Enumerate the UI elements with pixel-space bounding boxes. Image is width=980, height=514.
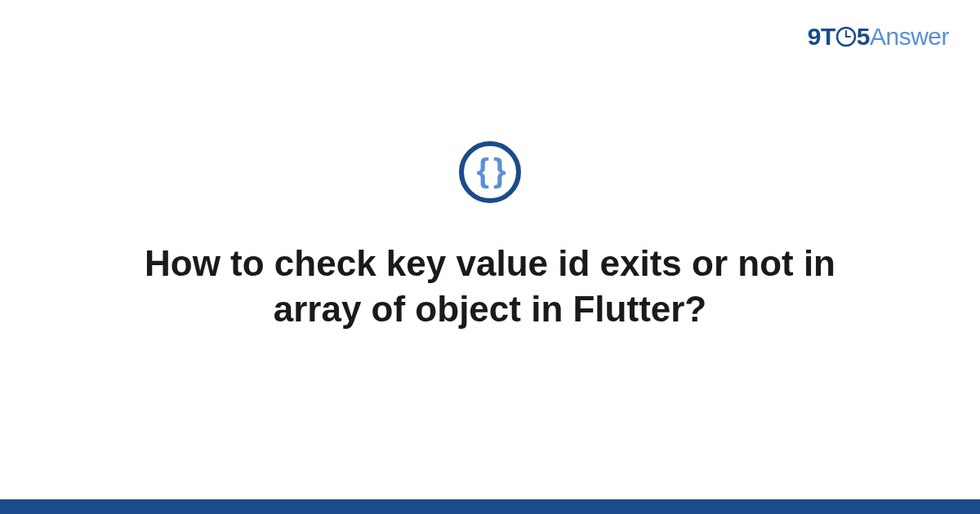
main-content: { } How to check key value id exits or n… [0, 0, 980, 514]
topic-icon-wrapper: { } [459, 141, 521, 203]
braces-glyph: { } [476, 154, 503, 187]
footer-accent-bar [0, 499, 980, 514]
code-braces-icon: { } [459, 141, 521, 203]
question-title: How to check key value id exits or not i… [98, 241, 882, 333]
